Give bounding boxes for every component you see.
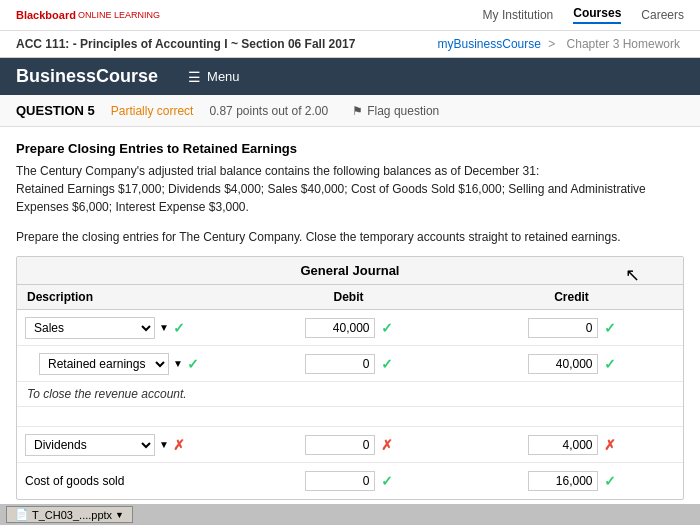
journal-title: General Journal xyxy=(17,257,683,285)
row4-desc-cell: Cost of goods sold xyxy=(17,470,237,492)
spacer-row xyxy=(17,407,683,427)
instruction-text: Prepare the closing entries for The Cent… xyxy=(16,230,684,244)
taskbar-icon: 📄 xyxy=(15,508,29,521)
row2-debit-input[interactable] xyxy=(305,354,375,374)
top-navigation: Blackboard ONLINE LEARNING My Institutio… xyxy=(0,0,700,31)
main-content: Prepare Closing Entries to Retained Earn… xyxy=(0,127,700,514)
row3-description-select[interactable]: Dividends xyxy=(25,434,155,456)
flag-label: Flag question xyxy=(367,104,439,118)
row2-credit-cell: ✓ xyxy=(460,350,683,378)
row4-debit-input[interactable] xyxy=(305,471,375,491)
app-header: BusinessCourse ☰ Menu xyxy=(0,58,700,95)
question-status: Partially correct xyxy=(111,104,194,118)
course-title: ACC 111: - Principles of Accounting I ~ … xyxy=(16,37,355,51)
chevron-down-icon: ▼ xyxy=(159,439,169,450)
question-header: QUESTION 5 Partially correct 0.87 points… xyxy=(0,95,700,127)
taskbar-label: T_CH03_....pptx xyxy=(32,509,112,521)
row1-credit-check: ✓ xyxy=(604,320,616,336)
table-row: Sales ▼ ✓ ✓ ✓ xyxy=(17,310,683,346)
row3-debit-cell: ✗ xyxy=(237,431,460,459)
journal-header: Description Debit Credit xyxy=(17,285,683,310)
note-text: To close the revenue account. xyxy=(27,387,187,401)
menu-icon: ☰ xyxy=(188,69,201,85)
menu-label: Menu xyxy=(207,69,240,84)
row2-debit-cell: ✓ xyxy=(237,350,460,378)
row4-credit-check: ✓ xyxy=(604,473,616,489)
logo-sub: ONLINE LEARNING xyxy=(78,10,160,20)
row2-credit-input[interactable] xyxy=(528,354,598,374)
question-label: QUESTION 5 xyxy=(16,103,95,118)
question-body: The Century Company's adjusted trial bal… xyxy=(16,162,684,216)
logo-area: Blackboard ONLINE LEARNING xyxy=(16,9,160,21)
row3-desc-cross: ✗ xyxy=(173,437,185,453)
chevron-down-icon: ▼ xyxy=(173,358,183,369)
taskbar: 📄 T_CH03_....pptx ▼ xyxy=(0,504,700,525)
row2-desc-check: ✓ xyxy=(187,356,199,372)
breadcrumb-separator: > xyxy=(548,37,555,51)
row1-description-select[interactable]: Sales xyxy=(25,317,155,339)
table-row: Cost of goods sold ✓ ✓ xyxy=(17,463,683,499)
question-points: 0.87 points out of 2.00 xyxy=(209,104,328,118)
row2-description-select[interactable]: Retained earnings xyxy=(39,353,169,375)
logo-text: Blackboard xyxy=(16,9,76,21)
chevron-down-icon: ▼ xyxy=(159,322,169,333)
brand-name: BusinessCourse xyxy=(16,66,158,87)
row4-credit-cell: ✓ xyxy=(460,467,683,495)
row4-debit-check: ✓ xyxy=(381,473,393,489)
nav-my-institution[interactable]: My Institution xyxy=(483,8,554,22)
row3-credit-cell: ✗ xyxy=(460,431,683,459)
row3-debit-cross: ✗ xyxy=(381,437,393,453)
header-credit: Credit xyxy=(460,285,683,309)
header-description: Description xyxy=(17,285,237,309)
row2-desc-cell: Retained earnings ▼ ✓ xyxy=(17,349,237,379)
row1-credit-cell: ✓ xyxy=(460,314,683,342)
row1-credit-input[interactable] xyxy=(528,318,598,338)
nav-courses[interactable]: Courses xyxy=(573,6,621,24)
row3-desc-cell: Dividends ▼ ✗ xyxy=(17,430,237,460)
chevron-down-icon: ▼ xyxy=(115,510,124,520)
row3-credit-cross: ✗ xyxy=(604,437,616,453)
table-row: Dividends ▼ ✗ ✗ ✗ xyxy=(17,427,683,463)
row1-desc-cell: Sales ▼ ✓ xyxy=(17,313,237,343)
row1-desc-check: ✓ xyxy=(173,320,185,336)
row1-debit-input[interactable] xyxy=(305,318,375,338)
row1-debit-check: ✓ xyxy=(381,320,393,336)
menu-button[interactable]: ☰ Menu xyxy=(188,69,240,85)
nav-links: My Institution Courses Careers xyxy=(483,6,684,24)
taskbar-item[interactable]: 📄 T_CH03_....pptx ▼ xyxy=(6,506,133,523)
breadcrumb-bar: ACC 111: - Principles of Accounting I ~ … xyxy=(0,31,700,58)
question-title: Prepare Closing Entries to Retained Earn… xyxy=(16,141,684,156)
row4-debit-cell: ✓ xyxy=(237,467,460,495)
nav-careers[interactable]: Careers xyxy=(641,8,684,22)
breadcrumb-chapter: Chapter 3 Homework xyxy=(567,37,680,51)
table-row: Retained earnings ▼ ✓ ✓ ✓ xyxy=(17,346,683,382)
row3-debit-input[interactable] xyxy=(305,435,375,455)
note-row: To close the revenue account. xyxy=(17,382,683,407)
row2-credit-check: ✓ xyxy=(604,356,616,372)
question-body-text: The Century Company's adjusted trial bal… xyxy=(16,164,539,178)
question-details: Retained Earnings $17,000; Dividends $4,… xyxy=(16,182,646,214)
row3-credit-input[interactable] xyxy=(528,435,598,455)
general-journal: General Journal Description Debit Credit… xyxy=(16,256,684,500)
header-debit: Debit xyxy=(237,285,460,309)
row2-debit-check: ✓ xyxy=(381,356,393,372)
row4-description: Cost of goods sold xyxy=(25,474,124,488)
row4-credit-input[interactable] xyxy=(528,471,598,491)
row1-debit-cell: ✓ xyxy=(237,314,460,342)
flag-button[interactable]: ⚑ Flag question xyxy=(352,104,439,118)
flag-icon: ⚑ xyxy=(352,104,363,118)
breadcrumb-nav: myBusinessCourse > Chapter 3 Homework xyxy=(438,37,684,51)
breadcrumb-site[interactable]: myBusinessCourse xyxy=(438,37,541,51)
